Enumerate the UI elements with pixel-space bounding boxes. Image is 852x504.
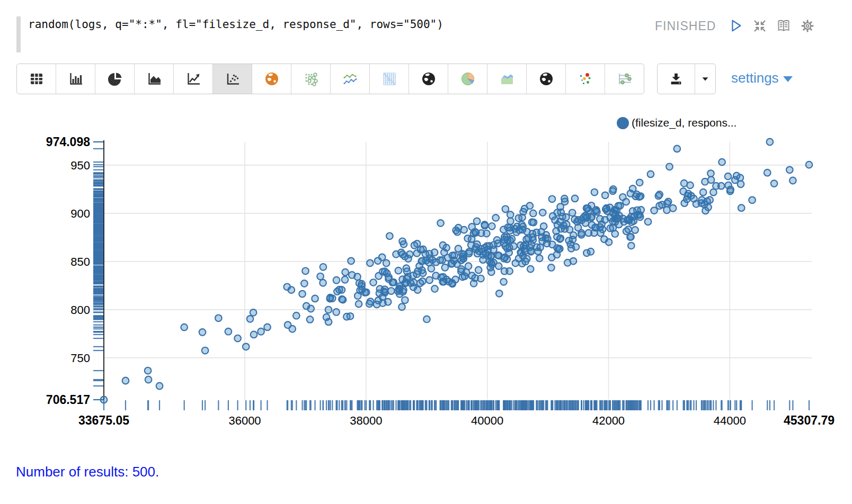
settings-dropdown[interactable]: settings (731, 70, 793, 86)
caret-down-icon (699, 73, 711, 85)
dot-sliders-icon (616, 70, 633, 87)
scatter-plot-icon (224, 70, 241, 87)
book-icon[interactable] (776, 18, 792, 34)
bubble-colored-icon (577, 70, 594, 87)
chart-type-globe-dark-button[interactable] (409, 64, 448, 94)
download-options-button[interactable] (695, 64, 715, 94)
chart-type-line-button[interactable] (173, 64, 212, 94)
code-input[interactable]: random(logs, q="*:*", fl="filesize_d, re… (28, 18, 443, 31)
svg-text:44000: 44000 (714, 414, 746, 427)
svg-text:800: 800 (70, 303, 90, 317)
gear-icon[interactable] (800, 18, 815, 34)
table-icon (28, 70, 45, 87)
chart-type-area-pastel-button[interactable] (487, 64, 526, 94)
download-icon (668, 71, 684, 87)
bar-chart-icon (67, 70, 84, 87)
collapse-icon[interactable] (752, 18, 768, 34)
paragraph-controls: FINISHED (655, 18, 815, 34)
pie-chart-icon (106, 70, 123, 87)
chart-type-scatter-button[interactable] (212, 64, 252, 94)
svg-text:38000: 38000 (350, 414, 382, 427)
chart-type-map-button[interactable] (252, 64, 291, 94)
svg-text:900: 900 (70, 207, 90, 220)
svg-text:850: 850 (70, 255, 90, 268)
run-icon[interactable] (728, 18, 744, 34)
chart-type-dot-sliders-button[interactable] (605, 64, 644, 94)
svg-text:42000: 42000 (592, 414, 625, 427)
svg-text:974.098: 974.098 (46, 135, 90, 149)
chart-type-diagonal-matrix-button[interactable] (369, 64, 409, 94)
chart-type-bar-button[interactable] (56, 64, 95, 94)
chart-type-pie-pastel-button[interactable] (448, 64, 487, 94)
scatter-chart[interactable]: 974.098706.51775080085090095033675.05453… (0, 112, 852, 430)
chart-type-pie-button[interactable] (95, 64, 134, 94)
globe-dark-icon (538, 70, 555, 87)
svg-text:33675.05: 33675.05 (78, 413, 129, 427)
status-badge: FINISHED (655, 19, 716, 33)
results-count-text: Number of results: 500. (16, 464, 159, 480)
globe-orange-icon (263, 70, 280, 87)
diagonal-matrix-icon (381, 70, 398, 87)
chart-type-toolbar (16, 64, 644, 94)
svg-text:36000: 36000 (228, 414, 261, 427)
settings-label: settings (731, 70, 779, 86)
chart-type-area-button[interactable] (134, 64, 173, 94)
area-pastel-icon (499, 70, 516, 87)
svg-text:750: 750 (70, 352, 90, 365)
globe-dark-icon (420, 70, 437, 87)
chart-type-multiline-button[interactable] (330, 64, 369, 94)
svg-text:950: 950 (70, 159, 90, 172)
area-chart-icon (146, 70, 163, 87)
chart-type-globe-dark2-button[interactable] (526, 64, 565, 94)
chart-type-bubble-button[interactable] (565, 64, 605, 94)
line-chart-icon (185, 70, 202, 87)
editor-gutter (16, 16, 21, 52)
svg-text:40000: 40000 (471, 414, 503, 427)
download-button[interactable] (658, 64, 695, 94)
scatter-matrix-icon (303, 70, 320, 87)
svg-text:706.517: 706.517 (46, 393, 90, 407)
chart-type-table-button[interactable] (17, 64, 56, 94)
svg-text:45307.79: 45307.79 (784, 413, 835, 427)
download-split-button (657, 64, 716, 94)
zeppelin-paragraph: random(logs, q="*:*", fl="filesize_d, re… (0, 0, 852, 504)
multi-line-icon (342, 70, 359, 87)
chart-type-scatter-matrix-button[interactable] (291, 64, 330, 94)
chart-area: 974.098706.51775080085090095033675.05453… (0, 112, 852, 430)
caret-down-icon (783, 76, 793, 82)
pie-pastel-icon (459, 70, 476, 87)
